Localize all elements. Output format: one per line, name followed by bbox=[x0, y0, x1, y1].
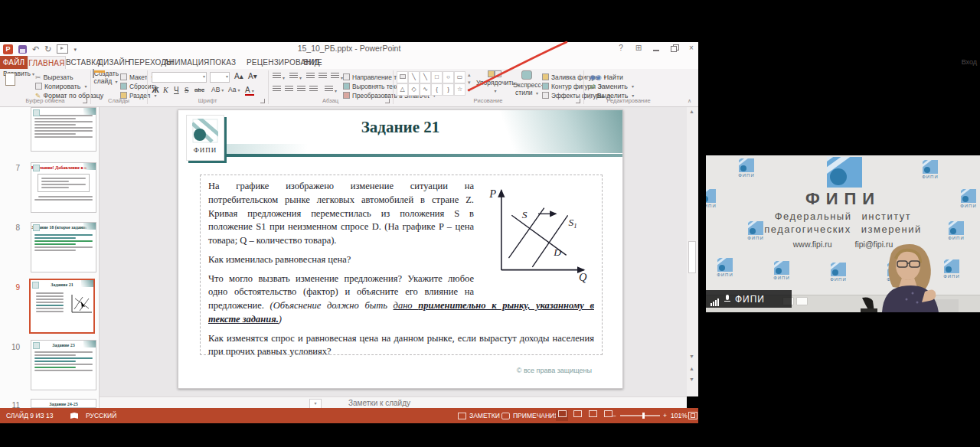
strikethrough-button[interactable]: S bbox=[185, 86, 189, 94]
group-label-paragraph: Абзац bbox=[268, 97, 393, 104]
slide-body-textbox[interactable]: P Q S S1 D На графике изображено изменен… bbox=[200, 175, 603, 355]
arrange-button[interactable]: Упорядочить bbox=[476, 70, 513, 94]
zoom-slider[interactable] bbox=[620, 408, 660, 423]
font-name-select[interactable] bbox=[152, 72, 207, 83]
shape-arrow-icon[interactable]: ╲ bbox=[420, 71, 431, 83]
sign-in-link[interactable]: Вход bbox=[962, 58, 977, 66]
cut-button[interactable]: ✂ Вырезать bbox=[35, 73, 74, 81]
minimize-button[interactable] bbox=[651, 43, 662, 54]
graph-label-s: S bbox=[522, 209, 528, 220]
shrink-font-button[interactable]: А▾ bbox=[248, 72, 257, 80]
next-slide-icon[interactable]: ▼ bbox=[689, 377, 694, 382]
close-button[interactable]: × bbox=[686, 43, 697, 54]
shapes-scroll-up-icon[interactable]: ▴ bbox=[468, 72, 471, 78]
tab-insert[interactable]: ВСТАВКА bbox=[66, 56, 98, 69]
font-dialog-launcher[interactable] bbox=[260, 99, 265, 103]
help-button[interactable]: ? bbox=[616, 43, 626, 54]
increase-indent-icon bbox=[318, 73, 327, 80]
zoom-slider-thumb[interactable] bbox=[642, 413, 645, 419]
slide-thumbnail-11[interactable]: Задание 24-25 bbox=[31, 399, 96, 408]
paragraph-dialog-launcher[interactable] bbox=[385, 99, 390, 103]
align-center-button[interactable] bbox=[285, 86, 293, 94]
change-case-button[interactable]: Аа bbox=[228, 86, 240, 93]
align-left-button[interactable] bbox=[273, 86, 281, 94]
normal-view-button[interactable] bbox=[556, 410, 568, 421]
slide-thumbnail-10[interactable]: Задание 23 bbox=[31, 340, 96, 390]
tab-file[interactable]: ФАЙЛ bbox=[0, 56, 28, 69]
shape-oval-icon[interactable]: ○ bbox=[443, 71, 454, 83]
zoom-out-button[interactable]: − bbox=[612, 408, 616, 423]
shape-star-icon[interactable]: ☆ bbox=[454, 83, 466, 96]
shape-rectangle-icon[interactable]: □ bbox=[431, 71, 443, 83]
replace-button[interactable]: ⇄ Заменить bbox=[590, 82, 634, 90]
slide-thumbnail-6[interactable] bbox=[31, 107, 96, 152]
scroll-up-icon[interactable]: ▲ bbox=[689, 109, 694, 114]
shape-diamond-icon[interactable]: ◇ bbox=[408, 83, 420, 96]
drawing-dialog-launcher[interactable] bbox=[576, 99, 580, 103]
notes-toggle[interactable]: ЗАМЕТКИ bbox=[458, 408, 500, 423]
scroll-down-icon[interactable]: ▼ bbox=[689, 354, 694, 359]
clipboard-dialog-launcher[interactable] bbox=[83, 99, 87, 103]
scrollbar-thumb[interactable] bbox=[688, 241, 696, 273]
slide-canvas[interactable]: ФИПИ Задание 21 P Q S S1 D bbox=[178, 109, 623, 389]
tab-slideshow[interactable]: ПОКАЗ СЛАЙДОВ bbox=[199, 56, 247, 69]
restore-button[interactable] bbox=[668, 43, 679, 54]
thumb-fipi-logo bbox=[33, 165, 40, 171]
shape-select-icon[interactable] bbox=[397, 71, 408, 83]
tab-view[interactable]: ВИД bbox=[300, 56, 323, 69]
zoom-level[interactable]: 101% bbox=[671, 408, 688, 423]
shapes-gallery-more-icon[interactable]: ▾ bbox=[468, 87, 471, 93]
justify-button[interactable] bbox=[309, 86, 318, 94]
shape-curve-icon[interactable]: ∿ bbox=[420, 83, 431, 96]
font-color-button[interactable]: А bbox=[245, 86, 254, 96]
columns-button[interactable] bbox=[325, 86, 337, 94]
fipi-brand-text: ФИПИ bbox=[706, 189, 980, 209]
collapse-ribbon-icon[interactable]: ∧ bbox=[688, 98, 691, 104]
reading-view-button[interactable] bbox=[586, 410, 599, 421]
previous-slide-icon[interactable]: ▲ bbox=[689, 366, 694, 371]
italic-button[interactable]: К bbox=[163, 86, 168, 94]
tab-review[interactable]: РЕЦЕНЗИРОВАНИЕ bbox=[247, 56, 300, 69]
comments-toggle[interactable]: ПРИМЕЧАНИЯ bbox=[501, 408, 559, 423]
character-spacing-button[interactable]: АВ bbox=[211, 86, 224, 93]
shape-line-icon[interactable]: ╲ bbox=[408, 71, 420, 83]
align-right-button[interactable] bbox=[297, 86, 305, 94]
slide-sorter-view-button[interactable] bbox=[571, 410, 583, 421]
bullets-button[interactable] bbox=[273, 73, 285, 81]
grow-font-button[interactable]: А▴ bbox=[234, 72, 243, 80]
bold-button[interactable]: Ж bbox=[152, 86, 159, 94]
slide-thumbnail-7[interactable]: Внимание! Добавление в инструкции! bbox=[31, 162, 96, 213]
paste-button[interactable]: Вставить bbox=[3, 70, 32, 78]
arrange-square-icon bbox=[488, 70, 495, 77]
copy-button[interactable]: Копировать bbox=[35, 82, 87, 90]
shape-brace-left-icon[interactable]: { bbox=[431, 83, 443, 96]
subscript-button[interactable]: abc bbox=[194, 86, 204, 93]
zoom-in-button[interactable]: + bbox=[663, 408, 667, 423]
vertical-scrollbar[interactable]: ▲ ▼ ▲ ▼ bbox=[687, 107, 698, 396]
tab-design[interactable]: ДИЗАЙН bbox=[98, 56, 129, 69]
layout-button[interactable]: Макет bbox=[120, 73, 154, 81]
fit-slide-button[interactable] bbox=[688, 408, 697, 423]
shape-brace-right-icon[interactable]: } bbox=[443, 83, 454, 96]
webcam-video-feed[interactable]: ФИПИ ФИПИ ФИПИ ФИПИ ФИПИ ФИПИ ФИПИ ФИПИ … bbox=[706, 155, 980, 312]
slide-thumbnail-8[interactable]: Задание 18 (второе задание к тексту) bbox=[31, 222, 96, 272]
quick-styles-button[interactable]: Экспресс-стили bbox=[513, 70, 541, 96]
spellcheck-icon[interactable] bbox=[70, 408, 78, 423]
increase-indent-button[interactable] bbox=[318, 73, 327, 81]
decrease-indent-button[interactable] bbox=[306, 73, 315, 81]
shape-rounded-rect-icon[interactable]: ▭ bbox=[454, 71, 466, 83]
find-button[interactable]: ◉◉ Найти bbox=[590, 73, 623, 81]
shapes-scroll-down-icon[interactable]: ▾ bbox=[468, 80, 471, 86]
underline-button[interactable]: Ч bbox=[174, 86, 179, 94]
line-spacing-button[interactable] bbox=[331, 73, 343, 81]
ribbon-display-options-button[interactable]: ⊞ bbox=[633, 43, 644, 54]
font-size-select[interactable] bbox=[210, 72, 230, 83]
new-slide-button[interactable]: Создать слайд bbox=[92, 70, 119, 86]
tab-transitions[interactable]: ПЕРЕХОДЫ bbox=[129, 56, 164, 69]
tab-animations[interactable]: АНИМАЦИЯ bbox=[164, 56, 199, 69]
language-indicator[interactable]: РУССКИЙ bbox=[86, 408, 116, 423]
shape-triangle-icon[interactable]: △ bbox=[397, 83, 408, 96]
numbering-button[interactable] bbox=[289, 73, 302, 81]
tab-home[interactable]: ГЛАВНАЯ bbox=[28, 56, 66, 70]
slide-thumbnail-9-selected[interactable]: Задание 21 bbox=[29, 279, 95, 334]
